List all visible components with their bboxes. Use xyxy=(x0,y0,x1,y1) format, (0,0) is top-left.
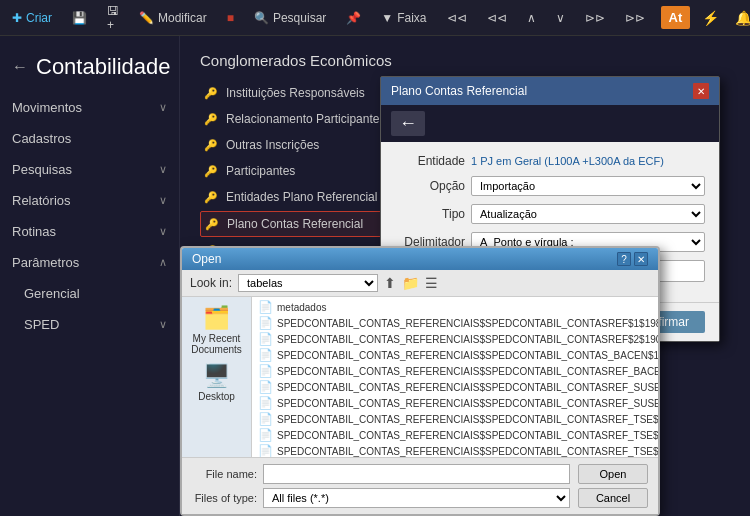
nav-first[interactable]: ⊲⊲ xyxy=(443,9,471,27)
open-file-dialog: Open ? ✕ Look in: tabelas ⬆ 📁 ☰ 🗂️ xyxy=(180,246,660,516)
nav-up[interactable]: ∧ xyxy=(523,9,540,27)
chevron-icon: ∨ xyxy=(159,163,167,176)
filetype-label: Files of type: xyxy=(192,492,257,504)
pin-icon: 📌 xyxy=(346,11,361,25)
criar-button[interactable]: ✚ Criar xyxy=(8,9,56,27)
content-area: Conglomerados Econômicos 🔑 Instituições … xyxy=(180,36,750,516)
list-item[interactable]: 📄SPEDCONTABIL_CONTAS_REFERENCIAIS$SPEDCO… xyxy=(256,427,654,443)
list-item[interactable]: 📄SPEDCONTABIL_CONTAS_REFERENCIAIS$SPEDCO… xyxy=(256,315,654,331)
file-list: 📄metadados📄SPEDCONTABIL_CONTAS_REFERENCI… xyxy=(252,297,658,457)
list-item[interactable]: 📄SPEDCONTABIL_CONTAS_REFERENCIAIS$SPEDCO… xyxy=(256,379,654,395)
recent-docs-icon: 🗂️ xyxy=(203,305,230,331)
pencil-icon: ✏️ xyxy=(139,11,154,25)
desktop[interactable]: 🖥️ Desktop xyxy=(198,363,235,402)
open-dialog-toolbar: Look in: tabelas ⬆ 📁 ☰ xyxy=(182,270,658,297)
dialog-back-button[interactable]: ← xyxy=(391,111,425,136)
sidebar-item-sped[interactable]: SPED ∨ xyxy=(0,309,179,340)
sidebar-item-parametros[interactable]: Parâmetros ∧ xyxy=(0,247,179,278)
chevron-icon: ∨ xyxy=(159,101,167,114)
key-icon: 🔑 xyxy=(204,191,218,204)
filter-icon: ▼ xyxy=(381,11,393,25)
bell-icon[interactable]: 🔔 xyxy=(731,8,750,28)
section-title: Conglomerados Econômicos xyxy=(200,52,730,69)
modificar-button[interactable]: ✏️ Modificar xyxy=(135,9,211,27)
page-header: ← Contabilidade xyxy=(0,46,179,92)
nav-next[interactable]: ⊳⊳ xyxy=(581,9,609,27)
folder-up-icon[interactable]: ⬆ xyxy=(384,275,396,291)
file-icon: 📄 xyxy=(258,316,273,330)
plus-icon: ✚ xyxy=(12,11,22,25)
nav-prev[interactable]: ⊲⊲ xyxy=(483,9,511,27)
file-icon: 📄 xyxy=(258,348,273,362)
sidebar-item-rotinas[interactable]: Rotinas ∨ xyxy=(0,216,179,247)
nav-last[interactable]: ⊳⊳ xyxy=(621,9,649,27)
toolbar: ✚ Criar 💾 🖫+ ✏️ Modificar ■ 🔍 Pesquisar … xyxy=(0,0,750,36)
desktop-icon: 🖥️ xyxy=(203,363,230,389)
footer-fields: File name: Files of type: All files (*.*… xyxy=(192,464,570,508)
save-button[interactable]: 💾 xyxy=(68,9,91,27)
opcao-label: Opção xyxy=(395,179,465,193)
pesquisar-button[interactable]: 🔍 Pesquisar xyxy=(250,9,330,27)
list-item[interactable]: 📄SPEDCONTABIL_CONTAS_REFERENCIAIS$SPEDCO… xyxy=(256,347,654,363)
cancel-button[interactable]: Cancel xyxy=(578,488,648,508)
open-button[interactable]: Open xyxy=(578,464,648,484)
nav-down[interactable]: ∨ xyxy=(552,9,569,27)
save-plus-icon: 🖫+ xyxy=(107,4,119,32)
dialog-row-opcao: Opção Importação xyxy=(395,176,705,196)
new-folder-icon[interactable]: 📁 xyxy=(402,275,419,291)
delete-icon: ■ xyxy=(227,11,234,25)
opcao-select[interactable]: Importação xyxy=(471,176,705,196)
recent-documents[interactable]: 🗂️ My Recent Documents xyxy=(186,305,247,355)
sidebar-item-pesquisas[interactable]: Pesquisas ∨ xyxy=(0,154,179,185)
filename-label: File name: xyxy=(192,468,257,480)
list-item[interactable]: 📄SPEDCONTABIL_CONTAS_REFERENCIAIS$SPEDCO… xyxy=(256,395,654,411)
filetype-field: Files of type: All files (*.*) xyxy=(192,488,570,508)
tipo-label: Tipo xyxy=(395,207,465,221)
file-icon: 📄 xyxy=(258,428,273,442)
filter-button[interactable]: ▼ Faixa xyxy=(377,9,430,27)
list-item[interactable]: 📄metadados xyxy=(256,299,654,315)
sidebar: ← Contabilidade Movimentos ∨ Cadastros P… xyxy=(0,36,180,516)
list-item[interactable]: 📄SPEDCONTABIL_CONTAS_REFERENCIAIS$SPEDCO… xyxy=(256,443,654,457)
file-icon: 📄 xyxy=(258,396,273,410)
chevron-icon: ∨ xyxy=(159,194,167,207)
list-item[interactable]: 📄SPEDCONTABIL_CONTAS_REFERENCIAIS$SPEDCO… xyxy=(256,331,654,347)
list-item[interactable]: 📄SPEDCONTABIL_CONTAS_REFERENCIAIS$SPEDCO… xyxy=(256,411,654,427)
dialog-row-tipo: Tipo Atualização xyxy=(395,204,705,224)
main-area: ← Contabilidade Movimentos ∨ Cadastros P… xyxy=(0,36,750,516)
search-icon: 🔍 xyxy=(254,11,269,25)
open-dialog-title-bar: Open ? ✕ xyxy=(182,248,658,270)
sidebar-item-movimentos[interactable]: Movimentos ∨ xyxy=(0,92,179,123)
sidebar-item-relatorios[interactable]: Relatórios ∨ xyxy=(0,185,179,216)
file-icon: 📄 xyxy=(258,364,273,378)
sidebar-item-gerencial[interactable]: Gerencial xyxy=(0,278,179,309)
delete-button[interactable]: ■ xyxy=(223,9,238,27)
dialog-close-button[interactable]: ✕ xyxy=(693,83,709,99)
chevron-icon: ∨ xyxy=(159,225,167,238)
view-icon[interactable]: ☰ xyxy=(425,275,438,291)
lightning-icon[interactable]: ⚡ xyxy=(698,8,723,28)
save-icon: 💾 xyxy=(72,11,87,25)
chevron-icon: ∨ xyxy=(159,318,167,331)
open-dialog-close[interactable]: ✕ xyxy=(634,252,648,266)
open-dialog-body: 🗂️ My Recent Documents 🖥️ Desktop 📄metad… xyxy=(182,297,658,457)
list-item[interactable]: 📄SPEDCONTABIL_CONTAS_REFERENCIAIS$SPEDCO… xyxy=(256,363,654,379)
filename-input[interactable] xyxy=(263,464,570,484)
filetype-select[interactable]: All files (*.*) xyxy=(263,488,570,508)
save-plus-button[interactable]: 🖫+ xyxy=(103,2,123,34)
open-dialog-footer: File name: Files of type: All files (*.*… xyxy=(182,457,658,514)
back-button[interactable]: ← xyxy=(12,58,28,76)
file-icon: 📄 xyxy=(258,300,273,314)
key-icon: 🔑 xyxy=(204,165,218,178)
pin-button[interactable]: 📌 xyxy=(342,9,365,27)
file-icon: 📄 xyxy=(258,412,273,426)
footer-buttons: Open Cancel xyxy=(578,464,648,508)
key-icon: 🔑 xyxy=(204,113,218,126)
sidebar-item-cadastros[interactable]: Cadastros xyxy=(0,123,179,154)
look-in-select[interactable]: tabelas xyxy=(238,274,378,292)
tipo-select[interactable]: Atualização xyxy=(471,204,705,224)
entidade-value: 1 PJ em Geral (L100A +L300A da ECF) xyxy=(471,155,705,167)
open-dialog-help[interactable]: ? xyxy=(617,252,631,266)
key-icon: 🔑 xyxy=(204,87,218,100)
file-sidebar: 🗂️ My Recent Documents 🖥️ Desktop xyxy=(182,297,252,457)
